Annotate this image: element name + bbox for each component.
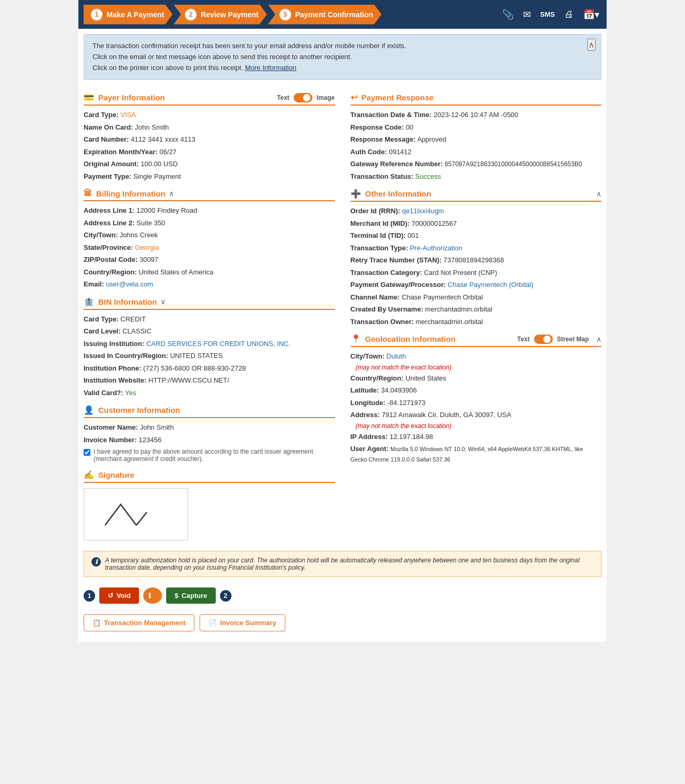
address1-value: 12000 Findley Road bbox=[136, 206, 197, 214]
action-badge-1: 1 bbox=[84, 590, 95, 602]
wizard-step-2[interactable]: 2 Review Payment bbox=[173, 5, 267, 25]
payment-type-value: Single Payment bbox=[133, 172, 181, 180]
void-button[interactable]: ↺ Void bbox=[99, 587, 139, 604]
print-icon-btn[interactable]: 🖨 bbox=[562, 7, 576, 22]
expiration-value: 06/27 bbox=[159, 148, 177, 156]
bin-info-header: 🏦 BIN Information ∨ bbox=[84, 297, 335, 310]
created-by-row: Created By Username: merchantadmin.orbit… bbox=[351, 304, 602, 315]
bin-icon: 🏦 bbox=[84, 297, 94, 307]
auth-code-row: Auth Code: 091412 bbox=[351, 147, 602, 157]
geo-city-row: City/Town: Duluth bbox=[351, 351, 602, 362]
response-code-row: Response Code: 00 bbox=[351, 122, 602, 133]
bin-card-type-label: Card Type: bbox=[84, 315, 119, 323]
invoice-summary-label: Invoice Summary bbox=[220, 619, 276, 627]
issuing-inst-value: CARD SERVICES FOR CREDIT UNIONS, INC. bbox=[146, 340, 291, 348]
card-level-value: CLASSIC bbox=[122, 327, 152, 335]
card-level-row: Card Level: CLASSIC bbox=[84, 326, 335, 337]
invoice-summary-button[interactable]: 📄 Invoice Summary bbox=[200, 614, 285, 631]
city-label: City/Town: bbox=[84, 231, 118, 239]
bin-card-type-row: Card Type: CREDIT bbox=[84, 314, 335, 325]
state-row: State/Province: Georgia bbox=[84, 243, 335, 253]
sms-icon-btn[interactable]: SMS bbox=[538, 8, 557, 20]
geo-lng-value: -84.1271973 bbox=[387, 399, 425, 407]
invoice-number-label: Invoice Number: bbox=[84, 436, 137, 444]
step-label-2: Review Payment bbox=[201, 10, 259, 19]
agreement-checkbox[interactable] bbox=[84, 449, 90, 456]
geo-city-label: City/Town: bbox=[351, 352, 385, 360]
order-id-label: Order Id (RRN): bbox=[351, 207, 400, 215]
merchant-id-value: 700000012567 bbox=[412, 220, 457, 227]
geo-lng-label: Longitude: bbox=[351, 399, 386, 407]
other-info-collapse-btn[interactable]: ∧ bbox=[596, 190, 601, 198]
banner-line3: Click on the printer icon above to print… bbox=[92, 63, 593, 74]
txn-status-value: Success bbox=[415, 172, 441, 180]
capture-button[interactable]: $ Capture bbox=[166, 587, 215, 604]
payment-response-icon: ↩ bbox=[351, 93, 357, 102]
retry-trace-row: Retry Trace Number (STAN): 7378081894298… bbox=[351, 255, 602, 266]
billing-collapse-btn[interactable]: ∧ bbox=[169, 189, 174, 198]
bin-collapse-btn[interactable]: ∨ bbox=[160, 297, 166, 306]
geo-lat-value: 34.0493906 bbox=[381, 386, 417, 394]
order-id-value: qe11lxxi4ugm bbox=[402, 207, 444, 215]
signature-area[interactable] bbox=[84, 488, 188, 540]
gateway-ref-row: Gateway Reference Number: 657097A9218633… bbox=[351, 159, 602, 169]
attachment-icon-btn[interactable]: 📎 bbox=[500, 7, 516, 22]
wizard-step-3[interactable]: 3 Payment Confirmation bbox=[268, 5, 381, 25]
auth-code-value: 091412 bbox=[389, 148, 411, 156]
void-label: Void bbox=[117, 592, 131, 599]
country-row: Country/Region: United States of America bbox=[84, 267, 335, 278]
txn-owner-label: Transaction Owner: bbox=[351, 318, 414, 326]
issued-in-value: UNITED STATES bbox=[170, 352, 223, 360]
geo-address-note: (may not match the exact location) bbox=[356, 422, 602, 430]
left-column: 💳 Payer Information Text Image Card Type… bbox=[84, 85, 345, 546]
bin-info-title: BIN Information bbox=[98, 297, 157, 306]
terminal-id-row: Terminal Id (TID): 001 bbox=[351, 230, 602, 241]
geo-toggle-area: Text Street Map ∧ bbox=[517, 335, 601, 344]
txn-datetime-label: Transaction Date & Time: bbox=[351, 111, 432, 119]
geo-country-label: Country/Region: bbox=[351, 374, 404, 382]
info-banner: ∧ The transaction confirmation receipt h… bbox=[84, 34, 601, 80]
wizard-steps: 1 Make A Payment 2 Review Payment 3 Paym… bbox=[84, 5, 382, 25]
response-msg-value: Approved bbox=[417, 135, 446, 143]
email-row: Email: user@vela.com bbox=[84, 279, 335, 290]
auth-note: ℹ A temporary authorization hold is plac… bbox=[84, 551, 601, 577]
inst-web-value: HTTP://WWW.CSCU.NET/ bbox=[148, 376, 229, 384]
step-label-3: Payment Confirmation bbox=[295, 10, 373, 19]
wizard-step-1[interactable]: 1 Make A Payment bbox=[84, 5, 172, 25]
payment-type-label: Payment Type: bbox=[84, 172, 132, 180]
calendar-icon-btn[interactable]: 📅▾ bbox=[581, 7, 601, 22]
geo-collapse-btn[interactable]: ∧ bbox=[596, 335, 601, 343]
city-row: City/Town: Johns Creek bbox=[84, 230, 335, 240]
agreement-checkbox-row: I have agreed to pay the above amount ac… bbox=[84, 448, 335, 463]
name-value: John Smith bbox=[135, 123, 169, 131]
more-info-link[interactable]: More Information bbox=[245, 64, 296, 72]
card-number-value: 4112 3441 xxxx 4113 bbox=[131, 135, 195, 143]
auth-note-icon: ℹ bbox=[91, 557, 101, 567]
info-button[interactable]: ℹ bbox=[143, 587, 162, 604]
void-icon: ↺ bbox=[108, 592, 113, 599]
geolocation-title: Geolocation Information bbox=[365, 335, 456, 343]
banner-line1: The transaction confirmation receipt has… bbox=[92, 41, 593, 52]
geo-ip-value: 12.197.184.98 bbox=[390, 433, 433, 441]
geo-toggle-switch[interactable] bbox=[534, 335, 553, 344]
other-info-icon: ➕ bbox=[351, 189, 361, 199]
created-by-value: merchantadmin.orbital bbox=[425, 305, 493, 313]
transaction-management-button[interactable]: 📋 Transaction Management bbox=[84, 614, 194, 631]
banner-line2: Click on the email or text message icon … bbox=[92, 52, 593, 63]
email-icon-btn[interactable]: ✉ bbox=[521, 7, 533, 22]
created-by-label: Created By Username: bbox=[351, 305, 423, 313]
geo-toggle-alt-label: Street Map bbox=[557, 336, 589, 343]
response-code-label: Response Code: bbox=[351, 123, 404, 131]
txn-category-value: Card Not Present (CNP) bbox=[424, 269, 497, 276]
step-label-1: Make A Payment bbox=[107, 10, 164, 19]
right-column: ↩ Payment Response Transaction Date & Ti… bbox=[345, 85, 602, 546]
geo-lat-row: Latitude: 34.0493906 bbox=[351, 385, 602, 396]
other-info-header: ➕ Other Information ∧ bbox=[351, 189, 602, 202]
banner-collapse-btn[interactable]: ∧ bbox=[587, 39, 596, 51]
name-label: Name On Card: bbox=[84, 123, 133, 131]
signature-header: ✍ Signature bbox=[84, 470, 335, 483]
issuing-inst-row: Issuing Institution: CARD SERVICES FOR C… bbox=[84, 339, 335, 349]
payer-toggle-switch[interactable] bbox=[294, 93, 312, 102]
txn-datetime-row: Transaction Date & Time: 2023-12-06 10:4… bbox=[351, 110, 602, 120]
gateway-value: Chase Paymentech (Orbital) bbox=[448, 281, 533, 289]
